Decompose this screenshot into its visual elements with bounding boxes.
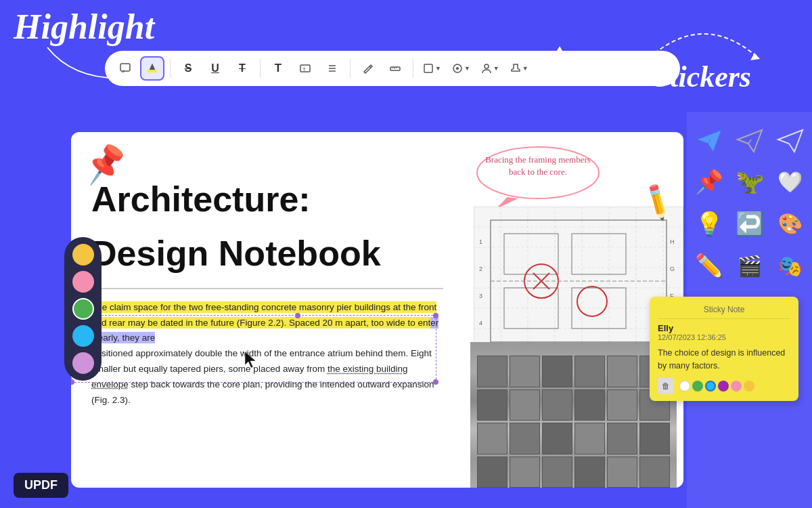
document-area: 📌 Architecture: Design Notebook The clai… (71, 132, 683, 488)
sticky-note: Sticky Note Elly 12/07/2023 12:36:25 The… (650, 297, 798, 401)
svg-text:G: G (670, 266, 675, 272)
sticky-note-content: The choice of design is influenced by ma… (658, 347, 790, 373)
svg-text:1: 1 (479, 238, 482, 245)
sticky-note-author: Elly (658, 323, 790, 333)
svg-rect-9 (390, 67, 400, 70)
svg-rect-3 (148, 70, 157, 72)
color-blue[interactable] (72, 325, 94, 347)
body-text-normal: positioned approximately double the widt… (91, 348, 434, 405)
highlighted-text-yellow: The claim space for the two free-standin… (91, 301, 436, 329)
list-button[interactable] (320, 56, 344, 81)
svg-marker-1 (750, 53, 760, 60)
svg-text:T: T (302, 66, 306, 72)
sticker-row-3: 💡 ↩️ 🎨 (692, 206, 808, 241)
strikethrough-button[interactable]: S (176, 56, 200, 81)
doc-title-line1: Architecture: (91, 179, 443, 220)
underline-button[interactable]: U (203, 56, 227, 81)
doc-body-text: The claim space for the two free-standin… (91, 300, 443, 409)
highlight-button[interactable] (140, 56, 164, 81)
color-purple[interactable] (72, 352, 94, 374)
sticker-arrow[interactable]: ↩️ (732, 206, 767, 241)
color-pink[interactable] (72, 271, 94, 293)
sticker-unknown3[interactable]: 🎭 (773, 248, 808, 283)
sticker-paperplane1[interactable] (692, 122, 727, 157)
color-yellow[interactable] (72, 244, 94, 266)
sticker-row-4: ✏️ 🎬 🎭 (692, 248, 808, 283)
sticker-paperplane2[interactable] (732, 122, 767, 157)
color-green[interactable] (72, 298, 94, 320)
sticky-color-white[interactable] (679, 381, 690, 391)
pencil-button[interactable] (356, 56, 380, 81)
sticky-color-green[interactable] (692, 381, 703, 391)
svg-point-16 (484, 64, 489, 68)
ruler-button[interactable] (383, 56, 407, 81)
svg-text:4: 4 (479, 320, 482, 326)
sticker-paperplane3[interactable] (773, 122, 808, 157)
svg-text:2: 2 (479, 266, 482, 272)
sticky-note-date: 12/07/2023 12:36:25 (658, 333, 790, 341)
sticky-color-blue[interactable] (705, 381, 716, 391)
stamp-dropdown[interactable]: ▼ (506, 56, 533, 81)
textbox-button[interactable]: T (293, 56, 317, 81)
svg-text:H: H (670, 238, 675, 245)
sticky-note-title: Sticky Note (658, 303, 790, 319)
doc-divider (91, 288, 443, 289)
svg-rect-2 (120, 64, 130, 71)
sticker-row-2: 📌 🦖 🤍 (692, 164, 808, 199)
svg-rect-13 (424, 64, 432, 72)
updf-logo: UPDF (14, 473, 68, 498)
sticker-pencil[interactable]: ✏️ (692, 248, 727, 283)
building-photo (470, 342, 677, 488)
sticker-lightbulb[interactable]: 💡 (692, 206, 727, 241)
svg-text:3: 3 (479, 293, 482, 299)
sticker-clapperboard[interactable]: 🎬 (732, 248, 767, 283)
toolbar: S U T T T ▼ ▼ ▼ (105, 51, 680, 86)
cursor (244, 350, 257, 372)
document-left: 📌 Architecture: Design Notebook The clai… (71, 132, 464, 488)
sticker-row-1 (692, 122, 808, 157)
pushpin-sticker: 📌 (81, 141, 129, 187)
sticky-color-pink[interactable] (731, 381, 742, 391)
doc-title-line2: Design Notebook (91, 234, 443, 274)
sticker-trex[interactable]: 🦖 (732, 164, 767, 199)
person-dropdown[interactable]: ▼ (477, 56, 503, 81)
strikethrough2-button[interactable]: T (230, 56, 254, 81)
sticky-note-footer: 🗑 (658, 378, 790, 394)
text-button[interactable]: T (266, 56, 290, 81)
shape-dropdown[interactable]: ▼ (419, 56, 445, 81)
color-palette (64, 237, 102, 381)
comment-button[interactable] (113, 56, 137, 81)
sticky-color-picker (679, 381, 754, 391)
blueprint-area: ✏️ (470, 146, 677, 362)
sticky-color-yellow[interactable] (744, 381, 754, 391)
sticker-unknown2[interactable]: 🎨 (773, 206, 808, 241)
sticker-pushpin[interactable]: 📌 (692, 164, 727, 199)
sticky-color-purple[interactable] (718, 381, 729, 391)
svg-point-15 (456, 67, 459, 70)
pen-dropdown[interactable]: ▼ (448, 56, 474, 81)
sticker-unknown1[interactable]: 🤍 (773, 164, 808, 199)
sticky-delete-button[interactable]: 🗑 (658, 378, 674, 394)
